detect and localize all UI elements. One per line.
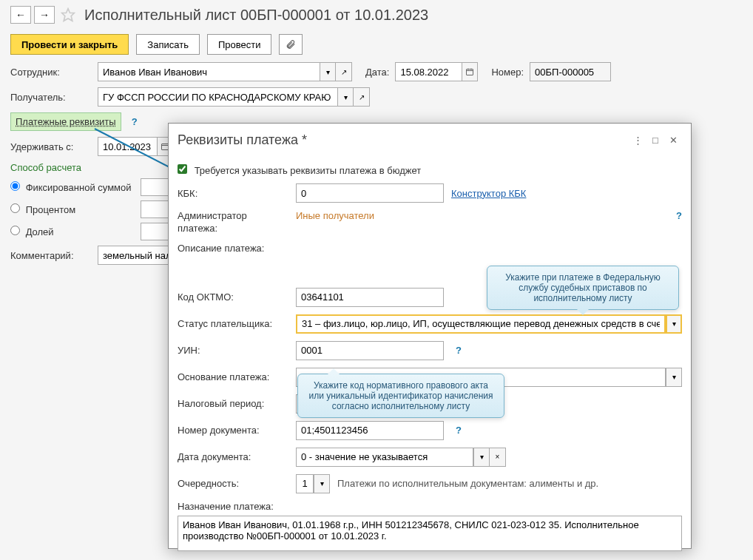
- priority-text: Платежи по исполнительным документам: ал…: [337, 478, 598, 489]
- uin-field[interactable]: [296, 341, 444, 360]
- close-icon[interactable]: ✕: [664, 131, 682, 149]
- status-label: Статус плательщика:: [178, 318, 288, 329]
- row-desc: Описание платежа:: [178, 239, 682, 257]
- paperclip-icon: [286, 39, 296, 50]
- radio-fixed[interactable]: Фиксированной суммой: [10, 181, 136, 193]
- help-icon[interactable]: ?: [456, 425, 462, 436]
- forward-button[interactable]: →: [34, 6, 55, 24]
- row-purpose-label: Назначение платежа:: [178, 497, 682, 516]
- payment-requisites-link[interactable]: Платежные реквизиты: [10, 112, 121, 131]
- docdate-field[interactable]: [296, 448, 473, 467]
- row-docdate: Дата документа: ▾ ×: [178, 444, 682, 470]
- dialog-body: Требуется указывать реквизиты платежа в …: [169, 156, 691, 558]
- kbk-label: КБК:: [178, 188, 288, 199]
- payment-requisites-dialog: Реквизиты платежа * ⋮ □ ✕ Требуется указ…: [168, 123, 692, 549]
- withhold-date-field[interactable]: [98, 137, 157, 156]
- help-icon[interactable]: ?: [676, 210, 682, 221]
- payer-status-field[interactable]: [296, 314, 666, 334]
- withhold-label: Удерживать с:: [10, 141, 92, 152]
- docnum-label: Номер документа:: [178, 425, 288, 436]
- radio-share-label: Долей: [26, 226, 54, 237]
- recipient-field[interactable]: [98, 87, 337, 107]
- comment-label: Комментарий:: [10, 250, 92, 261]
- kbk-constructor-link[interactable]: Конструктор КБК: [451, 188, 526, 199]
- save-button[interactable]: Записать: [136, 34, 200, 55]
- row-employee: Сотрудник: ▾ ↗ Дата: Номер:: [0, 59, 753, 84]
- row-recipient: Получатель: ▾ ↗: [0, 84, 753, 109]
- dropdown-icon[interactable]: ▾: [320, 62, 336, 81]
- maximize-icon[interactable]: □: [646, 131, 664, 149]
- open-icon[interactable]: ↗: [354, 87, 370, 107]
- admin-value: Иные получатели: [296, 210, 374, 221]
- employee-label: Сотрудник:: [10, 67, 92, 78]
- row-uin: УИН: ?: [178, 337, 682, 364]
- recipient-label: Получатель:: [10, 92, 92, 103]
- action-bar: Провести и закрыть Записать Провести: [0, 30, 753, 59]
- employee-field[interactable]: [98, 62, 320, 81]
- dropdown-icon[interactable]: ▾: [337, 87, 354, 107]
- radio-percent[interactable]: Процентом: [10, 203, 136, 215]
- header-toolbar: ← → Исполнительный лист 00БП-000001 от 1…: [0, 0, 753, 30]
- admin-label: Администратор платежа:: [178, 210, 288, 235]
- calc-method-label: Способ расчета: [10, 162, 81, 173]
- date-label: Дата:: [365, 67, 389, 78]
- clear-icon[interactable]: ×: [490, 448, 506, 467]
- kbk-field[interactable]: [296, 183, 444, 203]
- docdate-label: Дата документа:: [178, 451, 288, 462]
- priority-field[interactable]: [296, 474, 314, 493]
- dialog-header: Реквизиты платежа * ⋮ □ ✕: [169, 124, 691, 156]
- priority-label: Очередность:: [178, 478, 288, 489]
- radio-share[interactable]: Долей: [10, 226, 136, 237]
- dialog-title: Реквизиты платежа *: [178, 132, 629, 148]
- budget-checkbox[interactable]: Требуется указывать реквизиты платежа в …: [178, 164, 421, 176]
- date-field[interactable]: [395, 62, 462, 81]
- row-docnum: Номер документа: ?: [178, 417, 682, 444]
- basis-label: Основание платежа:: [178, 371, 288, 382]
- tooltip-status: Укажите при платеже в Федеральную службу…: [487, 266, 679, 310]
- tooltip-uin: Укажите код нормативного правового акта …: [297, 374, 504, 418]
- purpose-field[interactable]: [178, 516, 682, 551]
- uin-label: УИН:: [178, 345, 288, 356]
- post-button[interactable]: Провести: [207, 34, 272, 55]
- dropdown-icon[interactable]: ▾: [666, 368, 682, 387]
- help-icon[interactable]: ?: [132, 116, 138, 127]
- budget-checkbox-label: Требуется указывать реквизиты платежа в …: [195, 165, 422, 176]
- help-icon[interactable]: ?: [456, 345, 462, 356]
- open-icon[interactable]: ↗: [336, 62, 352, 81]
- row-status: Статус плательщика: ▾: [178, 311, 682, 337]
- page-title: Исполнительный лист 00БП-000001 от 10.01…: [84, 7, 428, 24]
- back-button[interactable]: ←: [10, 6, 31, 24]
- number-field: [530, 62, 611, 81]
- radio-fixed-label: Фиксированной суммой: [26, 182, 132, 193]
- svg-rect-1: [467, 70, 473, 75]
- attach-button[interactable]: [279, 34, 303, 55]
- dropdown-icon[interactable]: ▾: [666, 314, 682, 334]
- star-icon[interactable]: [61, 7, 75, 22]
- calendar-icon[interactable]: [462, 62, 478, 81]
- desc-label: Описание платежа:: [178, 243, 288, 254]
- docnum-field[interactable]: [296, 421, 444, 440]
- period-label: Налоговый период:: [178, 398, 288, 409]
- radio-percent-label: Процентом: [26, 204, 76, 215]
- row-admin: Администратор платежа: Иные получатели ?: [178, 206, 682, 239]
- number-label: Номер:: [491, 67, 524, 78]
- row-kbk: КБК: Конструктор КБК: [178, 180, 682, 206]
- purpose-label: Назначение платежа:: [178, 501, 274, 512]
- dropdown-icon[interactable]: ▾: [473, 448, 490, 467]
- row-priority: Очередность: ▾ Платежи по исполнительным…: [178, 470, 682, 497]
- oktmo-field[interactable]: [296, 288, 444, 307]
- more-icon[interactable]: ⋮: [629, 131, 646, 149]
- dropdown-icon[interactable]: ▾: [314, 474, 330, 493]
- svg-marker-0: [62, 9, 75, 21]
- oktmo-label: Код ОКТМО:: [178, 291, 288, 303]
- post-close-button[interactable]: Провести и закрыть: [10, 34, 129, 55]
- row-checkbox: Требуется указывать реквизиты платежа в …: [178, 161, 682, 180]
